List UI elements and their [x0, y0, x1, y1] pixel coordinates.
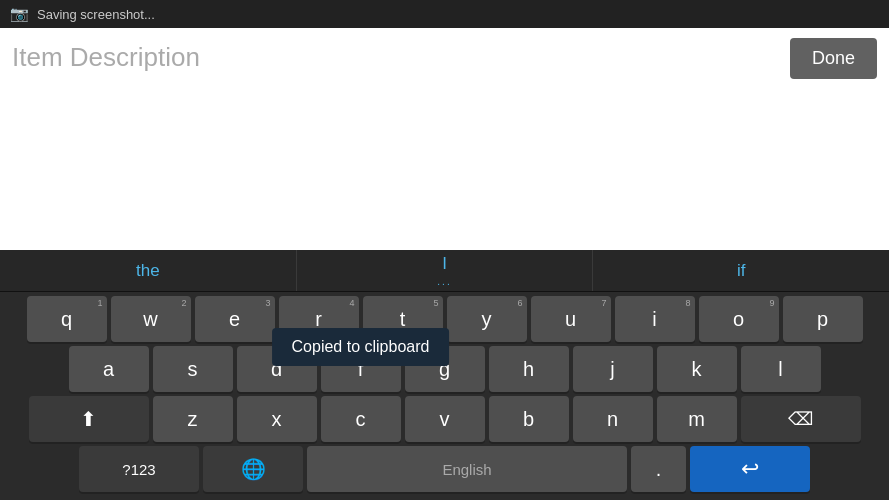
key-t[interactable]: 5t: [363, 296, 443, 342]
key-r[interactable]: 4r: [279, 296, 359, 342]
key-f[interactable]: f: [321, 346, 401, 392]
key-c[interactable]: c: [321, 396, 401, 442]
globe-icon: [241, 457, 266, 481]
key-n[interactable]: n: [573, 396, 653, 442]
keyboard: the I ... if 1q 2w 3e 4r 5t 6y 7u 8i 9o …: [0, 250, 889, 500]
key-j[interactable]: j: [573, 346, 653, 392]
suggestion-if[interactable]: if: [593, 250, 889, 291]
key-row-1: 1q 2w 3e 4r 5t 6y 7u 8i 9o p: [3, 296, 886, 342]
backspace-key[interactable]: ⌫: [741, 396, 861, 442]
text-input-area[interactable]: Item Description Done: [0, 28, 889, 250]
key-l[interactable]: l: [741, 346, 821, 392]
status-bar: 📷 Saving screenshot...: [0, 0, 889, 28]
key-b[interactable]: b: [489, 396, 569, 442]
key-m[interactable]: m: [657, 396, 737, 442]
globe-key[interactable]: [203, 446, 303, 492]
status-text: Saving screenshot...: [37, 7, 155, 22]
shift-icon: [80, 407, 97, 431]
backspace-icon: ⌫: [788, 408, 813, 430]
suggestion-dots: ...: [437, 276, 451, 287]
key-g[interactable]: g: [405, 346, 485, 392]
key-u[interactable]: 7u: [531, 296, 611, 342]
key-y[interactable]: 6y: [447, 296, 527, 342]
key-d[interactable]: d: [237, 346, 317, 392]
key-s[interactable]: s: [153, 346, 233, 392]
key-a[interactable]: a: [69, 346, 149, 392]
key-w[interactable]: 2w: [111, 296, 191, 342]
num123-key[interactable]: ?123: [79, 446, 199, 492]
period-key[interactable]: .: [631, 446, 686, 492]
done-button[interactable]: Done: [790, 38, 877, 79]
keys-area: 1q 2w 3e 4r 5t 6y 7u 8i 9o p a s d f Cop…: [0, 292, 889, 500]
key-h[interactable]: h: [489, 346, 569, 392]
key-k[interactable]: k: [657, 346, 737, 392]
key-o[interactable]: 9o: [699, 296, 779, 342]
suggestions-bar: the I ... if: [0, 250, 889, 292]
shift-key[interactable]: [29, 396, 149, 442]
screenshot-icon: 📷: [10, 5, 29, 23]
enter-key[interactable]: [690, 446, 810, 492]
key-z[interactable]: z: [153, 396, 233, 442]
enter-icon: [741, 456, 759, 482]
space-key[interactable]: English: [307, 446, 627, 492]
key-e[interactable]: 3e: [195, 296, 275, 342]
key-row-bottom: ?123 English .: [3, 446, 886, 492]
key-row-3: z x c v b n m ⌫: [3, 396, 886, 442]
key-row-2: a s d f Copied to clipboard g h j k l: [3, 346, 886, 392]
key-v[interactable]: v: [405, 396, 485, 442]
key-q[interactable]: 1q: [27, 296, 107, 342]
suggestion-i[interactable]: I ...: [297, 250, 594, 291]
key-i[interactable]: 8i: [615, 296, 695, 342]
key-p[interactable]: p: [783, 296, 863, 342]
key-x[interactable]: x: [237, 396, 317, 442]
suggestion-the[interactable]: the: [0, 250, 297, 291]
item-description-placeholder[interactable]: Item Description: [12, 38, 790, 73]
